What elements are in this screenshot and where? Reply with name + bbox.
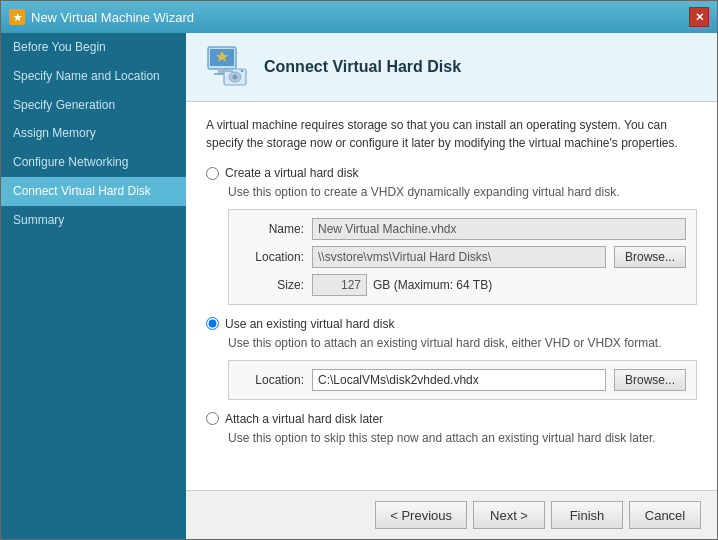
browse-button-existing[interactable]: Browse... bbox=[614, 369, 686, 391]
option-later-label[interactable]: Attach a virtual hard disk later bbox=[206, 412, 697, 426]
option-later-radio[interactable] bbox=[206, 412, 219, 425]
vhd-icon bbox=[202, 43, 250, 91]
wizard-window: ★ New Virtual Machine Wizard ✕ Before Yo… bbox=[0, 0, 718, 540]
sidebar-item-specify-name[interactable]: Specify Name and Location bbox=[1, 62, 186, 91]
cancel-button[interactable]: Cancel bbox=[629, 501, 701, 529]
location-label-create: Location: bbox=[239, 250, 304, 264]
content-area: Before You Begin Specify Name and Locati… bbox=[1, 33, 717, 539]
option-create-desc: Use this option to create a VHDX dynamic… bbox=[228, 184, 697, 201]
location-label-existing: Location: bbox=[239, 373, 304, 387]
panel-header: Connect Virtual Hard Disk bbox=[186, 33, 717, 102]
sidebar-item-assign-memory[interactable]: Assign Memory bbox=[1, 119, 186, 148]
size-label: Size: bbox=[239, 278, 304, 292]
option-create-radio[interactable] bbox=[206, 167, 219, 180]
option-create: Create a virtual hard disk bbox=[206, 166, 697, 180]
svg-rect-8 bbox=[225, 70, 233, 72]
sidebar-item-configure-networking[interactable]: Configure Networking bbox=[1, 148, 186, 177]
sidebar: Before You Begin Specify Name and Locati… bbox=[1, 33, 186, 539]
size-input[interactable] bbox=[312, 274, 367, 296]
location-row-create: Location: Browse... bbox=[239, 246, 686, 268]
location-row-existing: Location: Browse... bbox=[239, 369, 686, 391]
panel-title: Connect Virtual Hard Disk bbox=[264, 58, 461, 76]
size-note: GB (Maximum: 64 TB) bbox=[373, 278, 492, 292]
main-panel: Connect Virtual Hard Disk A virtual mach… bbox=[186, 33, 717, 539]
title-bar-left: ★ New Virtual Machine Wizard bbox=[9, 9, 194, 25]
option-existing: Use an existing virtual hard disk bbox=[206, 317, 697, 331]
window-title: New Virtual Machine Wizard bbox=[31, 10, 194, 25]
finish-button[interactable]: Finish bbox=[551, 501, 623, 529]
app-icon: ★ bbox=[9, 9, 25, 25]
name-input[interactable] bbox=[312, 218, 686, 240]
previous-button[interactable]: < Previous bbox=[375, 501, 467, 529]
location-input-create[interactable] bbox=[312, 246, 606, 268]
option-later: Attach a virtual hard disk later bbox=[206, 412, 697, 426]
location-input-existing[interactable] bbox=[312, 369, 606, 391]
sidebar-item-connect-vhd[interactable]: Connect Virtual Hard Disk bbox=[1, 177, 186, 206]
option-existing-label[interactable]: Use an existing virtual hard disk bbox=[206, 317, 697, 331]
size-input-group: GB (Maximum: 64 TB) bbox=[312, 274, 492, 296]
sidebar-item-specify-generation[interactable]: Specify Generation bbox=[1, 91, 186, 120]
existing-vhd-form: Location: Browse... bbox=[228, 360, 697, 400]
option-existing-radio[interactable] bbox=[206, 317, 219, 330]
name-row: Name: bbox=[239, 218, 686, 240]
panel-footer: < Previous Next > Finish Cancel bbox=[186, 490, 717, 539]
size-row: Size: GB (Maximum: 64 TB) bbox=[239, 274, 686, 296]
close-button[interactable]: ✕ bbox=[689, 7, 709, 27]
browse-button-create[interactable]: Browse... bbox=[614, 246, 686, 268]
sidebar-item-before-you-begin[interactable]: Before You Begin bbox=[1, 33, 186, 62]
sidebar-item-summary[interactable]: Summary bbox=[1, 206, 186, 235]
option-later-desc: Use this option to skip this step now an… bbox=[228, 430, 697, 447]
svg-rect-3 bbox=[218, 69, 224, 73]
name-label: Name: bbox=[239, 222, 304, 236]
create-vhd-form: Name: Location: Browse... Size: GB (Maxi… bbox=[228, 209, 697, 305]
panel-body: A virtual machine requires storage so th… bbox=[186, 102, 717, 490]
option-existing-desc: Use this option to attach an existing vi… bbox=[228, 335, 697, 352]
intro-text: A virtual machine requires storage so th… bbox=[206, 116, 697, 152]
header-icon bbox=[202, 43, 250, 91]
option-create-label[interactable]: Create a virtual hard disk bbox=[206, 166, 697, 180]
svg-point-7 bbox=[233, 75, 238, 80]
title-bar: ★ New Virtual Machine Wizard ✕ bbox=[1, 1, 717, 33]
next-button[interactable]: Next > bbox=[473, 501, 545, 529]
svg-point-9 bbox=[241, 70, 243, 72]
